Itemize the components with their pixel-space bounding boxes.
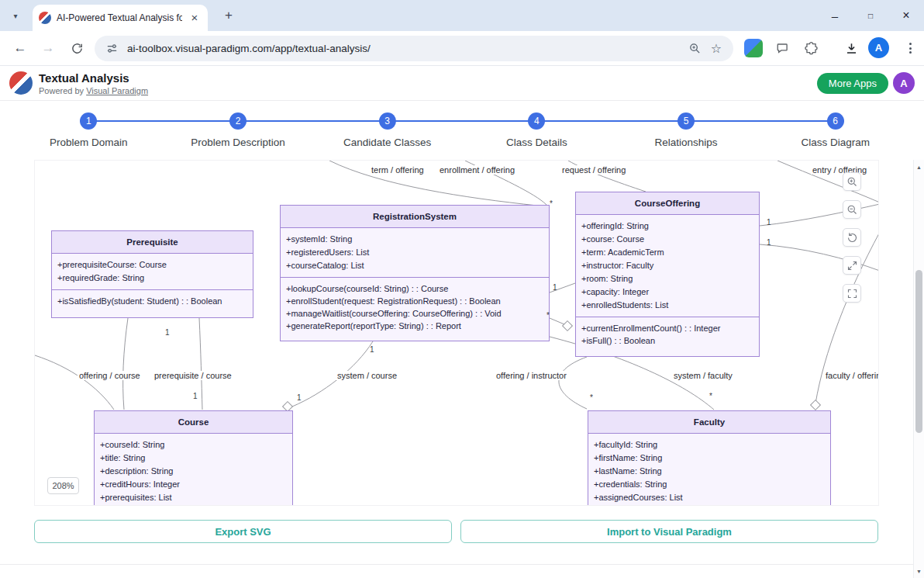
more-apps-button[interactable]: More Apps bbox=[817, 73, 888, 94]
class-attribute: +facultyId: String bbox=[594, 438, 825, 452]
diagram-canvas[interactable]: 208% Prerequisite+prerequisiteCourse: Co… bbox=[34, 160, 879, 506]
visual-paradigm-logo bbox=[9, 71, 33, 95]
class-node-registrationsystem[interactable]: RegistrationSystem+systemId: String+regi… bbox=[280, 205, 550, 341]
class-attribute: +term: AcademicTerm bbox=[581, 246, 753, 259]
zoom-in-icon bbox=[846, 176, 858, 188]
class-attribute: +instructor: Faculty bbox=[581, 259, 753, 272]
stepper-step-6[interactable]: 6Class Diagram bbox=[760, 101, 910, 160]
window-controls: – □ × bbox=[817, 0, 924, 31]
window-close-button[interactable]: × bbox=[888, 0, 924, 31]
reload-button[interactable] bbox=[66, 37, 88, 59]
fullscreen-icon bbox=[846, 288, 858, 299]
bookmark-star-icon[interactable]: ☆ bbox=[709, 41, 724, 57]
scrollbar-down-arrow[interactable]: ▼ bbox=[914, 566, 924, 576]
aggregation-diamond bbox=[563, 321, 573, 331]
multiplicity-label: * bbox=[546, 311, 550, 320]
powered-by-text: Powered by Visual Paradigm bbox=[39, 86, 148, 95]
class-attributes: +facultyId: String+firstName: String+las… bbox=[588, 434, 830, 506]
multiplicity-label: * bbox=[709, 392, 712, 400]
address-bar[interactable]: ai-toolbox.visual-paradigm.com/app/textu… bbox=[95, 36, 733, 61]
class-methods: +isSatisfiedBy(student: Student) : : Boo… bbox=[52, 290, 253, 312]
stepper-step-3[interactable]: 3Candidate Classes bbox=[312, 101, 462, 160]
edge-label: prerequisite / course bbox=[153, 371, 233, 380]
class-node-courseoffering[interactable]: CourseOffering+offeringId: String+course… bbox=[575, 192, 760, 357]
edge-label: system / faculty bbox=[672, 371, 734, 380]
edge-label: term / offering bbox=[370, 165, 426, 175]
fit-screen-button[interactable] bbox=[843, 256, 861, 275]
app-header: Textual Analysis Powered by Visual Parad… bbox=[0, 66, 924, 101]
browser-toolbar: ← → ai-toolbox.visual-paradigm.com/app/t… bbox=[0, 31, 924, 66]
footer-divider bbox=[0, 564, 924, 565]
stepper-step-5[interactable]: 5Relationships bbox=[612, 101, 761, 160]
class-name: Faculty bbox=[588, 411, 830, 434]
browser-menu-icon[interactable] bbox=[901, 38, 919, 58]
multiplicity-label: 1 bbox=[553, 283, 557, 292]
step-number-circle: 5 bbox=[677, 112, 695, 130]
step-number-circle: 2 bbox=[229, 112, 247, 130]
site-settings-tune-icon[interactable] bbox=[104, 41, 119, 57]
stepper-step-2[interactable]: 2Problem Description bbox=[164, 101, 313, 160]
action-buttons-row: Export SVG Import to Visual Paradigm bbox=[34, 520, 878, 543]
app-title: Textual Analysis bbox=[39, 71, 129, 85]
multiplicity-label: 1 bbox=[767, 218, 771, 227]
window-minimize-button[interactable]: – bbox=[817, 0, 853, 31]
back-button[interactable]: ← bbox=[9, 37, 31, 59]
browser-tab[interactable]: AI-Powered Textual Analysis for × bbox=[33, 5, 208, 31]
canvas-controls bbox=[843, 172, 861, 303]
edge-label: faculty / offering bbox=[824, 371, 879, 380]
class-methods: +lookupCourse(courseId: String) : : Cour… bbox=[281, 278, 549, 337]
reset-view-button[interactable] bbox=[843, 228, 861, 247]
scrollbar-thumb[interactable] bbox=[915, 270, 922, 433]
class-attribute: +lastName: String bbox=[594, 465, 825, 478]
window-maximize-button[interactable]: □ bbox=[853, 0, 888, 31]
class-attribute: +title: String bbox=[100, 452, 287, 465]
scrollbar-up-arrow[interactable]: ▲ bbox=[914, 161, 924, 172]
page-scrollbar[interactable]: ▲ ▼ bbox=[913, 160, 924, 578]
chevron-down-icon: ▾ bbox=[13, 12, 17, 20]
class-attribute: +requiredGrade: String bbox=[57, 272, 247, 285]
extensions-puzzle-icon[interactable] bbox=[802, 39, 820, 57]
tab-close-icon[interactable]: × bbox=[188, 11, 202, 25]
class-method: +isSatisfiedBy(student: Student) : : Boo… bbox=[57, 295, 247, 307]
import-visual-paradigm-button[interactable]: Import to Visual Paradigm bbox=[460, 520, 878, 543]
fit-screen-icon bbox=[846, 260, 858, 272]
class-node-prerequisite[interactable]: Prerequisite+prerequisiteCourse: Course+… bbox=[51, 230, 253, 318]
class-attributes: +courseId: String+title: String+descript… bbox=[95, 434, 292, 506]
step-label: Relationships bbox=[655, 137, 718, 148]
class-attribute: +offeringId: String bbox=[581, 220, 753, 233]
zoom-indicator-icon[interactable] bbox=[687, 41, 702, 57]
class-method: +isFull() : : Boolean bbox=[581, 334, 753, 347]
class-attribute: +assignedCourses: List bbox=[594, 491, 825, 504]
url-text: ai-toolbox.visual-paradigm.com/app/textu… bbox=[127, 43, 681, 54]
stepper-step-4[interactable]: 4Class Details bbox=[462, 101, 612, 160]
user-avatar[interactable]: A bbox=[893, 72, 915, 94]
browser-profile-avatar[interactable]: A bbox=[868, 37, 889, 58]
export-svg-button[interactable]: Export SVG bbox=[34, 520, 452, 543]
tab-search-button[interactable]: ▾ bbox=[8, 8, 23, 23]
zoom-in-button[interactable] bbox=[843, 172, 861, 191]
step-number-circle: 4 bbox=[528, 112, 545, 130]
downloads-icon[interactable] bbox=[842, 39, 860, 57]
fullscreen-button[interactable] bbox=[843, 284, 861, 303]
step-label: Problem Domain bbox=[50, 137, 128, 148]
class-name: Course bbox=[95, 411, 292, 434]
class-method: +generateReport(reportType: String) : : … bbox=[286, 320, 543, 332]
zoom-out-button[interactable] bbox=[843, 200, 861, 219]
forward-button[interactable]: → bbox=[37, 37, 59, 59]
visual-paradigm-link[interactable]: Visual Paradigm bbox=[86, 86, 148, 95]
extension-icon-colorful[interactable] bbox=[744, 39, 763, 57]
powered-by-prefix: Powered by bbox=[39, 86, 84, 95]
class-attributes: +systemId: String+registeredUsers: List+… bbox=[281, 228, 549, 278]
class-method: +enrollStudent(request: RegistrationRequ… bbox=[286, 295, 543, 307]
multiplicity-label: * bbox=[550, 199, 553, 208]
comment-icon[interactable] bbox=[773, 39, 791, 57]
stepper-step-1[interactable]: 1Problem Domain bbox=[14, 101, 164, 160]
browser-tab-bar: ▾ AI-Powered Textual Analysis for × + – … bbox=[0, 0, 924, 31]
class-node-course[interactable]: Course+courseId: String+title: String+de… bbox=[94, 410, 293, 506]
new-tab-button[interactable]: + bbox=[220, 7, 237, 24]
class-name: Prerequisite bbox=[52, 231, 253, 254]
class-name: CourseOffering bbox=[576, 192, 759, 215]
class-method: +lookupCourse(courseId: String) : : Cour… bbox=[286, 282, 543, 295]
zoom-out-icon bbox=[846, 204, 858, 216]
class-node-faculty[interactable]: Faculty+facultyId: String+firstName: Str… bbox=[588, 410, 831, 506]
